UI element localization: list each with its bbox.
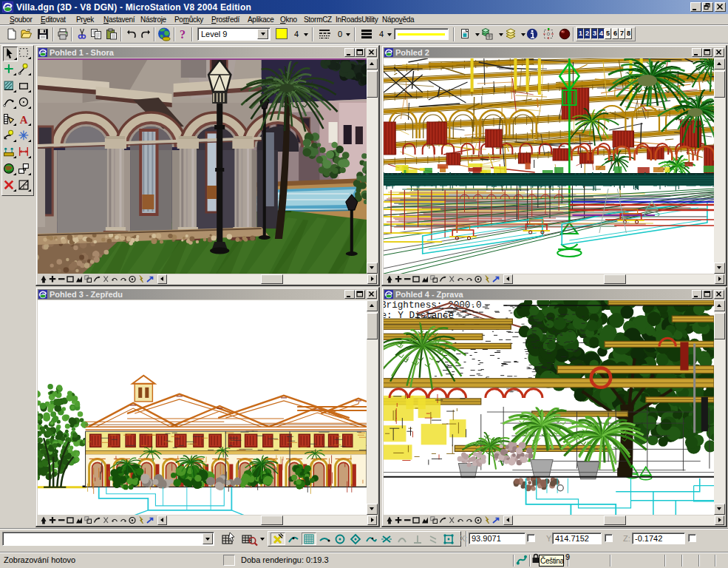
svg-text:A: A	[20, 114, 28, 126]
svg-text:?: ?	[180, 28, 186, 40]
